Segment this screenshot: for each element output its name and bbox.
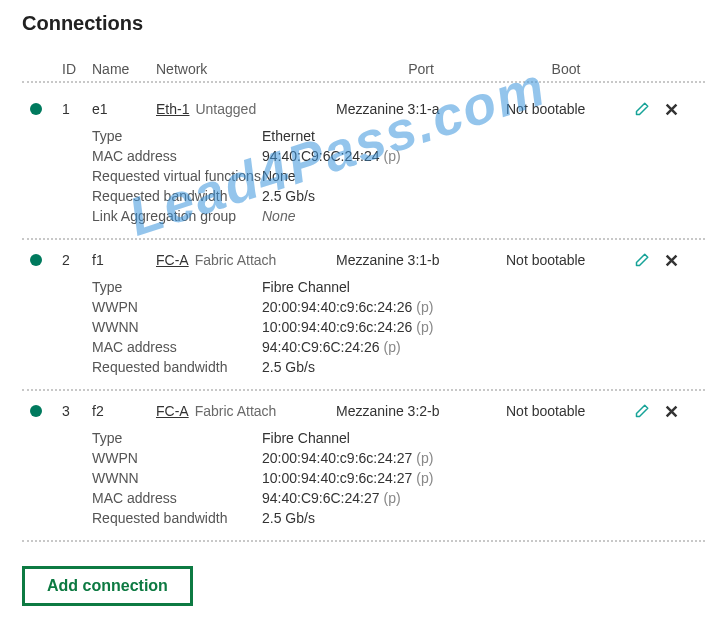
- cell-port: Mezzanine 3:2-b: [336, 401, 506, 419]
- col-port: Port: [336, 61, 506, 77]
- detail-label: Requested bandwidth: [92, 510, 262, 526]
- col-boot: Boot: [506, 61, 626, 77]
- connection-row: 1e1Eth-1UntaggedMezzanine 3:1-aNot boota…: [22, 89, 705, 240]
- col-network: Network: [156, 61, 336, 77]
- status-dot-icon: [30, 254, 42, 266]
- detail-value: Fibre Channel: [262, 279, 502, 295]
- cell-boot: Not bootable: [506, 99, 626, 117]
- detail-value: 2.5 Gb/s: [262, 510, 502, 526]
- detail-value: 2.5 Gb/s: [262, 188, 502, 204]
- value-suffix: (p): [384, 148, 401, 164]
- detail-label: WWPN: [92, 299, 262, 315]
- network-link[interactable]: FC-A: [156, 252, 189, 268]
- network-type: Fabric Attach: [195, 252, 277, 268]
- edit-icon[interactable]: [626, 99, 656, 122]
- status-dot-icon: [30, 405, 42, 417]
- cell-id: 3: [62, 401, 92, 419]
- add-connection-button[interactable]: Add connection: [22, 566, 193, 606]
- detail-label: MAC address: [92, 339, 262, 355]
- col-name: Name: [92, 61, 156, 77]
- page-title: Connections: [22, 12, 705, 35]
- detail-value: 20:00:94:40:c9:6c:24:26(p): [262, 299, 502, 315]
- detail-label: WWPN: [92, 450, 262, 466]
- network-link[interactable]: FC-A: [156, 403, 189, 419]
- detail-value: None: [262, 168, 502, 184]
- detail-block: TypeFibre ChannelWWPN20:00:94:40:c9:6c:2…: [92, 277, 705, 377]
- detail-label: Type: [92, 128, 262, 144]
- detail-value: 10:00:94:40:c9:6c:24:26(p): [262, 319, 502, 335]
- detail-label: MAC address: [92, 490, 262, 506]
- cell-name: f1: [92, 250, 156, 268]
- status-dot-icon: [30, 103, 42, 115]
- delete-icon[interactable]: ✕: [656, 401, 686, 421]
- cell-port: Mezzanine 3:1-b: [336, 250, 506, 268]
- detail-label: MAC address: [92, 148, 262, 164]
- detail-label: WWNN: [92, 470, 262, 486]
- value-suffix: (p): [416, 450, 433, 466]
- value-suffix: (p): [416, 319, 433, 335]
- network-type: Untagged: [195, 101, 256, 117]
- detail-value: 20:00:94:40:c9:6c:24:27(p): [262, 450, 502, 466]
- connection-row: 2f1FC-AFabric AttachMezzanine 3:1-bNot b…: [22, 240, 705, 391]
- detail-label: Type: [92, 430, 262, 446]
- detail-block: TypeEthernetMAC address94:40:C9:6C:24:24…: [92, 126, 705, 226]
- detail-label: Requested bandwidth: [92, 188, 262, 204]
- detail-value: 10:00:94:40:c9:6c:24:27(p): [262, 470, 502, 486]
- cell-id: 2: [62, 250, 92, 268]
- network-link[interactable]: Eth-1: [156, 101, 189, 117]
- detail-label: Requested bandwidth: [92, 359, 262, 375]
- edit-icon[interactable]: [626, 250, 656, 273]
- table-header: ID Name Network Port Boot: [22, 61, 705, 83]
- connection-row: 3f2FC-AFabric AttachMezzanine 3:2-bNot b…: [22, 391, 705, 542]
- detail-label: Link Aggregation group: [92, 208, 262, 224]
- detail-value: Fibre Channel: [262, 430, 502, 446]
- cell-port: Mezzanine 3:1-a: [336, 99, 506, 117]
- detail-value: Ethernet: [262, 128, 502, 144]
- detail-label: Type: [92, 279, 262, 295]
- delete-icon[interactable]: ✕: [656, 99, 686, 119]
- detail-label: Requested virtual functions: [92, 168, 262, 184]
- detail-value: 94:40:C9:6C:24:27(p): [262, 490, 502, 506]
- detail-value: 94:40:C9:6C:24:24(p): [262, 148, 502, 164]
- edit-icon[interactable]: [626, 401, 656, 424]
- detail-block: TypeFibre ChannelWWPN20:00:94:40:c9:6c:2…: [92, 428, 705, 528]
- value-suffix: (p): [416, 299, 433, 315]
- col-id: ID: [62, 61, 92, 77]
- detail-value: 94:40:C9:6C:24:26(p): [262, 339, 502, 355]
- network-type: Fabric Attach: [195, 403, 277, 419]
- cell-name: f2: [92, 401, 156, 419]
- value-suffix: (p): [384, 490, 401, 506]
- value-suffix: (p): [384, 339, 401, 355]
- cell-boot: Not bootable: [506, 250, 626, 268]
- detail-value: 2.5 Gb/s: [262, 359, 502, 375]
- cell-id: 1: [62, 99, 92, 117]
- cell-boot: Not bootable: [506, 401, 626, 419]
- delete-icon[interactable]: ✕: [656, 250, 686, 270]
- value-suffix: (p): [416, 470, 433, 486]
- detail-value: None: [262, 208, 502, 224]
- cell-name: e1: [92, 99, 156, 117]
- detail-label: WWNN: [92, 319, 262, 335]
